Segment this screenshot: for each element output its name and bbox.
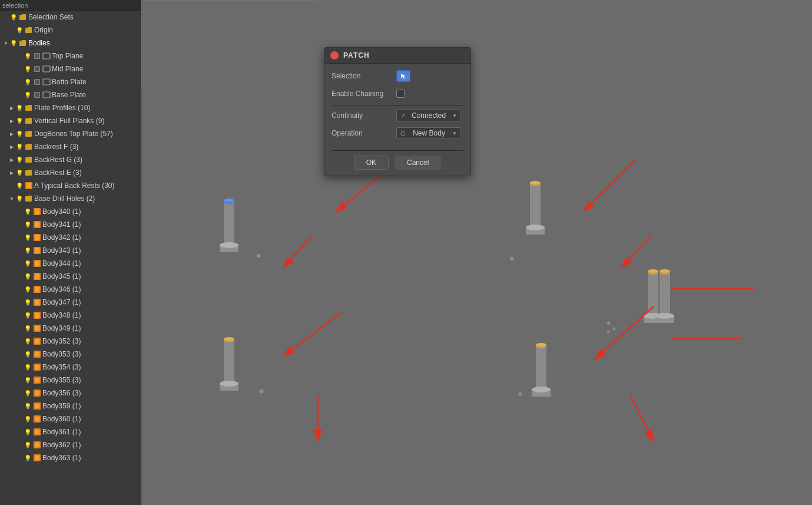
- eye-icon-top-plane[interactable]: 💡: [24, 52, 32, 60]
- dialog-close-button[interactable]: ×: [330, 51, 339, 60]
- eye-icon-dogbones-top-plate[interactable]: 💡: [15, 130, 24, 138]
- tree-item-origin[interactable]: 💡 Origin: [0, 24, 141, 37]
- eye-icon-body346[interactable]: 💡: [24, 285, 32, 293]
- eye-icon-body360[interactable]: 💡: [24, 415, 32, 423]
- eye-icon-body348[interactable]: 💡: [24, 311, 32, 319]
- eye-icon-base-plate[interactable]: 💡: [24, 91, 32, 99]
- expand-arrow-vertical-full-planks[interactable]: [8, 117, 15, 124]
- tree-item-vertical-full-planks[interactable]: 💡 Vertical Full Planks (9): [0, 114, 141, 127]
- expand-arrow-backrest-e[interactable]: [8, 169, 15, 176]
- tree-item-selection-sets[interactable]: 💡 Selection Sets: [0, 11, 141, 24]
- tree-item-body342[interactable]: 💡 Body342 (1): [0, 231, 141, 244]
- operation-dropdown[interactable]: ⬡ New Body ▼: [396, 127, 461, 139]
- tree-item-body361[interactable]: 💡 Body361 (1): [0, 425, 141, 438]
- tree-item-bodies[interactable]: 💡 Bodies: [0, 37, 141, 49]
- tree-item-body356[interactable]: 💡 Body356 (3): [0, 387, 141, 400]
- eye-icon-mid-plane[interactable]: 💡: [24, 65, 32, 73]
- tree-item-typical-back-rests[interactable]: 💡 A Typical Back Rests (30): [0, 179, 141, 192]
- ok-button[interactable]: OK: [354, 156, 389, 170]
- tree-item-botto-plate[interactable]: 💡 Botto Plate: [0, 75, 141, 88]
- tree-item-body354[interactable]: 💡 Body354 (3): [0, 361, 141, 374]
- eye-icon-body362[interactable]: 💡: [24, 441, 32, 449]
- tree-item-body346[interactable]: 💡 Body346 (1): [0, 283, 141, 296]
- eye-icon-body353[interactable]: 💡: [24, 350, 32, 358]
- eye-icon-bodies[interactable]: 💡: [9, 39, 18, 47]
- dialog-row-continuity: Continuity ↗ Connected ▼: [332, 109, 463, 122]
- tree-item-body362[interactable]: 💡 Body362 (1): [0, 438, 141, 451]
- tree-item-backrest-e[interactable]: 💡 BackRest E (3): [0, 166, 141, 179]
- tree-item-body343[interactable]: 💡 Body343 (1): [0, 244, 141, 257]
- expand-arrow-backrest-g[interactable]: [8, 156, 15, 163]
- tree-item-body347[interactable]: 💡 Body347 (1): [0, 296, 141, 309]
- eye-icon-body342[interactable]: 💡: [24, 233, 32, 242]
- checkbox-base-plate[interactable]: [33, 91, 41, 99]
- expand-arrow-bodies[interactable]: [2, 39, 9, 47]
- bolt-topleft: [212, 194, 247, 265]
- checkbox-botto-plate[interactable]: [33, 78, 41, 86]
- tree-item-dogbones-top-plate[interactable]: 💡 DogBones Top Plate (57): [0, 127, 141, 140]
- eye-icon-body341[interactable]: 💡: [24, 220, 32, 229]
- eye-icon-body345[interactable]: 💡: [24, 272, 32, 280]
- eye-icon-origin[interactable]: 💡: [15, 26, 24, 34]
- tree-item-body352[interactable]: 💡 Body352 (3): [0, 335, 141, 348]
- tree-item-body340[interactable]: 💡 Body340 (1): [0, 205, 141, 218]
- eye-icon-backrest-f[interactable]: 💡: [15, 143, 24, 151]
- eye-icon-body359[interactable]: 💡: [24, 402, 32, 410]
- expand-arrow-base-drill-holes[interactable]: [8, 195, 15, 202]
- eye-icon-body349[interactable]: 💡: [24, 324, 32, 332]
- body-icon-body355: [33, 376, 41, 384]
- checkbox-mid-plane[interactable]: [33, 65, 41, 73]
- eye-icon-body356[interactable]: 💡: [24, 389, 32, 397]
- folder-icon-origin: [25, 26, 33, 34]
- svg-rect-45: [35, 456, 39, 460]
- tree-item-body344[interactable]: 💡 Body344 (1): [0, 257, 141, 270]
- tree-item-body360[interactable]: 💡 Body360 (1): [0, 412, 141, 425]
- expand-arrow-backrest-f[interactable]: [8, 143, 15, 150]
- eye-icon-body352[interactable]: 💡: [24, 337, 32, 345]
- tree-item-body363[interactable]: 💡 Body363 (1): [0, 451, 141, 464]
- eye-icon-body340[interactable]: 💡: [24, 207, 32, 216]
- tree-item-body353[interactable]: 💡 Body353 (3): [0, 348, 141, 361]
- tree-item-backrest-g[interactable]: 💡 BackRest G (3): [0, 153, 141, 166]
- svg-rect-31: [35, 365, 39, 369]
- svg-marker-105: [401, 74, 406, 79]
- tree-item-backrest-f[interactable]: 💡 Backrest F (3): [0, 140, 141, 153]
- eye-icon-body347[interactable]: 💡: [24, 298, 32, 306]
- eye-icon-backrest-g[interactable]: 💡: [15, 156, 24, 164]
- tree-item-body345[interactable]: 💡 Body345 (1): [0, 270, 141, 283]
- eye-icon-selection-sets[interactable]: 💡: [9, 13, 18, 21]
- checkbox-top-plane[interactable]: [33, 52, 41, 60]
- expand-arrow-dogbones-top-plate[interactable]: [8, 130, 15, 137]
- tree-item-top-plane[interactable]: 💡 Top Plane: [0, 49, 141, 62]
- eye-icon-base-drill-holes[interactable]: 💡: [15, 194, 24, 203]
- cancel-button[interactable]: Cancel: [395, 156, 441, 170]
- chaining-checkbox[interactable]: [396, 90, 405, 98]
- eye-icon-vertical-full-planks[interactable]: 💡: [15, 117, 24, 125]
- svg-rect-17: [35, 274, 39, 279]
- tree-item-body349[interactable]: 💡 Body349 (1): [0, 322, 141, 335]
- svg-rect-55: [530, 183, 541, 230]
- eye-icon-typical-back-rests[interactable]: 💡: [15, 181, 24, 190]
- eye-icon-body343[interactable]: 💡: [24, 246, 32, 255]
- body-icon-body340: [33, 207, 41, 216]
- expand-arrow-plate-profiles[interactable]: [8, 104, 15, 111]
- eye-icon-body344[interactable]: 💡: [24, 259, 32, 268]
- eye-icon-body361[interactable]: 💡: [24, 428, 32, 436]
- selection-control: [396, 70, 463, 82]
- eye-icon-plate-profiles[interactable]: 💡: [15, 104, 24, 112]
- eye-icon-body354[interactable]: 💡: [24, 363, 32, 371]
- selection-button[interactable]: [396, 70, 410, 82]
- continuity-dropdown[interactable]: ↗ Connected ▼: [396, 110, 461, 121]
- tree-item-mid-plane[interactable]: 💡 Mid Plane: [0, 62, 141, 75]
- eye-icon-botto-plate[interactable]: 💡: [24, 78, 32, 86]
- tree-item-plate-profiles[interactable]: 💡 Plate Profiles (10): [0, 101, 141, 114]
- eye-icon-body363[interactable]: 💡: [24, 454, 32, 462]
- tree-item-body348[interactable]: 💡 Body348 (1): [0, 309, 141, 322]
- tree-item-base-drill-holes[interactable]: 💡 Base Drill Holes (2): [0, 192, 141, 205]
- eye-icon-backrest-e[interactable]: 💡: [15, 169, 24, 177]
- tree-item-body341[interactable]: 💡 Body341 (1): [0, 218, 141, 231]
- tree-item-base-plate[interactable]: 💡 Base Plate: [0, 88, 141, 101]
- eye-icon-body355[interactable]: 💡: [24, 376, 32, 384]
- tree-item-body355[interactable]: 💡 Body355 (3): [0, 374, 141, 387]
- tree-item-body359[interactable]: 💡 Body359 (1): [0, 400, 141, 412]
